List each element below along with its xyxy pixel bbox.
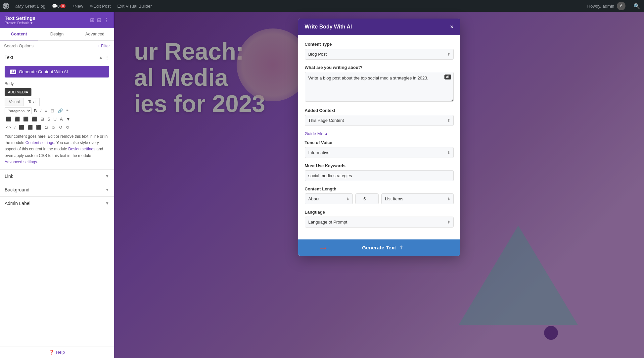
align-left-btn[interactable]: ⬛ xyxy=(5,116,13,123)
table-btn[interactable]: ⊞ xyxy=(39,116,45,123)
underline-btn[interactable]: U xyxy=(52,116,58,123)
avatar: A xyxy=(617,2,625,10)
align-justify-btn[interactable]: ⬛ xyxy=(30,116,38,123)
help-button[interactable]: ❓ Help xyxy=(49,350,65,355)
comments-count: 0 xyxy=(60,4,66,8)
numbered-list-btn[interactable]: ⊟ xyxy=(49,107,56,114)
editor-tab-text[interactable]: Text xyxy=(24,98,40,106)
added-context-group: Added Context This Page Content None Cus… xyxy=(305,108,454,126)
added-context-select[interactable]: This Page Content None Custom xyxy=(305,115,454,126)
tab-advanced[interactable]: Advanced xyxy=(76,28,114,40)
align-right-btn[interactable]: ⬛ xyxy=(22,116,30,123)
admin-label-chevron-down-icon: ▼ xyxy=(105,201,109,206)
admin-label-section[interactable]: Admin Label ▼ xyxy=(0,196,114,210)
outdent-btn[interactable]: ⬛ xyxy=(26,124,34,131)
emoji-btn[interactable]: ☺ xyxy=(50,124,57,131)
filter-button[interactable]: + Filter xyxy=(98,44,110,48)
tone-of-voice-group: Tone of Voice Informative Casual Profess… xyxy=(305,140,454,158)
body-label: Body xyxy=(5,81,109,86)
text-color-btn[interactable]: A xyxy=(59,116,64,123)
guide-me-link[interactable]: Guide Me ▲ xyxy=(305,131,454,136)
about-select-wrapper: About xyxy=(305,193,353,204)
unit-select-wrapper: List Items Paragraphs Sentences Words xyxy=(381,193,453,204)
undo-btn[interactable]: ↺ xyxy=(58,124,64,131)
content-type-select-wrapper: Blog Post Article Product Description Em… xyxy=(305,49,454,60)
write-body-modal: Write Body With AI × Content Type Blog P… xyxy=(298,19,460,256)
body-section: Body ADD MEDIA Visual Text Paragraph B I… xyxy=(0,80,114,169)
wp-logo-icon[interactable] xyxy=(0,0,12,12)
background-section-title: Background xyxy=(5,187,29,192)
about-select[interactable]: About xyxy=(305,193,353,204)
modal-footer: → Generate Text ⬆ xyxy=(298,239,460,256)
new-bar-item[interactable]: + New xyxy=(69,0,87,12)
indent-btn[interactable]: ⬛ xyxy=(18,124,25,131)
modal-title: Write Body With AI xyxy=(305,24,352,30)
link-btn[interactable]: 🔗 xyxy=(56,107,64,114)
question-icon: ❓ xyxy=(49,350,54,355)
more-icon[interactable]: ⋮ xyxy=(104,17,109,23)
comments-icon: 💬 xyxy=(52,4,57,9)
generate-ai-button[interactable]: AI Generate Content With AI xyxy=(5,66,109,77)
tab-design[interactable]: Design xyxy=(38,28,76,40)
design-link[interactable]: Design settings xyxy=(68,147,95,151)
ai-icon: AI xyxy=(10,70,16,74)
content-type-group: Content Type Blog Post Article Product D… xyxy=(305,42,454,60)
edit-post-bar-item[interactable]: ✏ Edit Post xyxy=(86,0,114,12)
italic2-btn[interactable]: I xyxy=(13,124,17,131)
generate-text-button[interactable]: Generate Text xyxy=(362,245,396,250)
language-select[interactable]: Language of Prompt English Spanish Frenc… xyxy=(305,217,454,228)
site-name-bar-item[interactable]: ⌂ My Great Blog xyxy=(12,0,49,12)
quote-btn[interactable]: ❝ xyxy=(65,107,70,114)
editor-tab-visual[interactable]: Visual xyxy=(5,98,24,106)
modal-body: Content Type Blog Post Article Product D… xyxy=(298,35,460,239)
background-chevron-down-icon: ▼ xyxy=(105,187,109,192)
fullscreen-btn[interactable]: ⬛ xyxy=(35,124,43,131)
link-section[interactable]: Link ▼ xyxy=(0,169,114,183)
writing-about-textarea[interactable]: Write a blog post about the top social m… xyxy=(305,72,454,102)
content-type-select[interactable]: Blog Post Article Product Description Em… xyxy=(305,49,454,60)
content-link[interactable]: Content settings xyxy=(25,140,54,145)
sidebar-preset: Preset: Default ▼ xyxy=(5,21,35,25)
settings-icon[interactable]: ⊞ xyxy=(90,17,94,23)
red-arrow-indicator: → xyxy=(318,241,329,254)
language-select-wrapper: Language of Prompt English Spanish Frenc… xyxy=(305,217,454,228)
more-btn[interactable]: ▼ xyxy=(65,116,72,123)
home-icon: ⌂ xyxy=(15,4,18,9)
redo-btn[interactable]: ↻ xyxy=(65,124,71,131)
keywords-input[interactable] xyxy=(305,170,454,181)
search-icon[interactable]: 🔍 xyxy=(629,3,644,9)
sidebar: Text Settings Preset: Default ▼ ⊞ ⊟ ⋮ Co… xyxy=(0,12,114,358)
layout-icon[interactable]: ⊟ xyxy=(97,17,101,23)
tab-content[interactable]: Content xyxy=(0,28,38,40)
keywords-group: Must Use Keywords xyxy=(305,163,454,181)
content-length-number-input[interactable] xyxy=(355,193,379,204)
bold-btn[interactable]: B xyxy=(32,107,38,114)
add-media-button[interactable]: ADD MEDIA xyxy=(5,88,31,96)
align-center-btn[interactable]: ⬛ xyxy=(13,116,21,123)
exit-visual-builder-bar-item[interactable]: Exit Visual Builder xyxy=(114,0,155,12)
added-context-label: Added Context xyxy=(305,108,454,113)
paragraph-select[interactable]: Paragraph xyxy=(5,107,32,114)
sidebar-header: Text Settings Preset: Default ▼ ⊞ ⊟ ⋮ xyxy=(0,12,114,28)
modal-close-button[interactable]: × xyxy=(450,24,454,30)
content-length-label: Content Length xyxy=(305,186,454,191)
howdy-text: Howdy, admin A xyxy=(583,2,629,10)
text-section-header[interactable]: Text ▲ ⋮ xyxy=(0,51,114,63)
italic-btn[interactable]: I xyxy=(39,107,43,114)
content-length-row: About List Items Paragraphs Sentences Wo… xyxy=(305,193,454,204)
background-section[interactable]: Background ▼ xyxy=(0,183,114,196)
bullet-list-btn[interactable]: ≡ xyxy=(43,107,49,114)
unit-select[interactable]: List Items Paragraphs Sentences Words xyxy=(381,193,453,204)
strikethrough-btn[interactable]: S xyxy=(46,116,52,123)
embed-btn[interactable]: <> xyxy=(5,124,12,131)
added-context-select-wrapper: This Page Content None Custom xyxy=(305,115,454,126)
special-char-btn[interactable]: Ω xyxy=(43,124,49,131)
keywords-label: Must Use Keywords xyxy=(305,163,454,168)
tone-of-voice-select-wrapper: Informative Casual Professional Humorous xyxy=(305,147,454,158)
sidebar-search: + Filter xyxy=(0,41,114,51)
advanced-link[interactable]: Advanced settings xyxy=(5,160,37,164)
search-input[interactable] xyxy=(4,43,98,48)
comments-bar-item[interactable]: 💬 0 0 xyxy=(49,0,69,12)
tone-of-voice-select[interactable]: Informative Casual Professional Humorous xyxy=(305,147,454,158)
language-label: Language xyxy=(305,210,454,215)
